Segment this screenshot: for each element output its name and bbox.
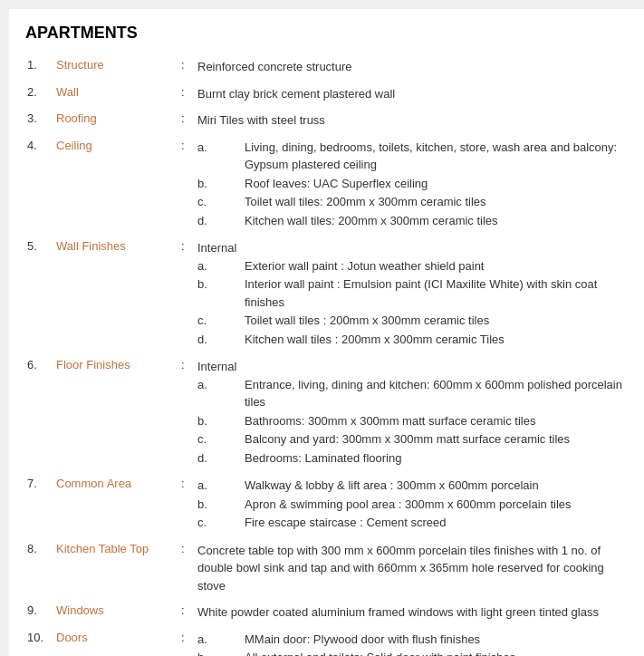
item-label: Floor Finishes xyxy=(53,355,179,470)
sub-letter: b. xyxy=(197,275,245,294)
sub-text: Bedrooms: Laminated flooring xyxy=(245,449,633,468)
sub-letter: a. xyxy=(197,139,245,157)
sub-list-item: b.Interior wall paint : Emulsion paint (… xyxy=(197,275,633,311)
item-number: 3. xyxy=(25,109,53,132)
sub-text: Toilet wall tiles: 200mm x 300mm ceramic… xyxy=(245,193,633,211)
sub-text: Kitchen wall tiles: 200mm x 300mm cerami… xyxy=(245,212,633,230)
sub-list-item: c.Toilet wall tiles : 200mm x 300mm cera… xyxy=(197,312,633,330)
sub-letter: c. xyxy=(197,193,245,211)
sub-list-item: b.Roof leaves: UAC Superflex ceiling xyxy=(197,175,633,193)
sub-letter: b. xyxy=(197,649,245,656)
sub-text: Balcony and yard: 300mm x 300mm matt sur… xyxy=(245,430,633,449)
sub-list-item: d.Kitchen wall tiles: 200mm x 300mm cera… xyxy=(197,212,633,230)
sub-text: Exterior wall paint : Jotun weather shie… xyxy=(245,257,633,275)
page-title: APARTMENTS xyxy=(25,24,637,43)
colon-separator: : xyxy=(179,355,194,470)
item-label: Doors xyxy=(53,628,179,657)
sub-text: Interior wall paint : Emulsion paint (IC… xyxy=(245,275,633,311)
item-value: a.Walkway & lobby & lift area : 300mm x … xyxy=(194,474,637,535)
colon-separator: : xyxy=(179,55,194,79)
sub-text: Roof leaves: UAC Superflex ceiling xyxy=(245,175,633,193)
item-value: Reinforced concrete structure xyxy=(194,55,637,79)
table-row: 4.Ceiling:a.Living, dining, bedrooms, to… xyxy=(25,136,637,234)
sub-text: Walkway & lobby & lift area : 300mm x 60… xyxy=(245,477,633,495)
sub-list: a.Living, dining, bedrooms, toilets, kit… xyxy=(197,139,633,230)
item-value: Miri Tiles with steel truss xyxy=(194,109,637,132)
item-label: Windows xyxy=(53,601,179,624)
sub-list: a.Exterior wall paint : Jotun weather sh… xyxy=(197,257,633,349)
item-value: White powder coated aluminium framed win… xyxy=(194,601,637,624)
sub-list-item: a.Exterior wall paint : Jotun weather sh… xyxy=(197,257,633,275)
sub-list-item: a.MMain door: Plywood door with flush fi… xyxy=(197,631,633,649)
sub-list: a.MMain door: Plywood door with flush fi… xyxy=(197,631,633,657)
sub-letter: d. xyxy=(197,331,245,349)
sub-list-item: c.Fire escape staircase : Cement screed xyxy=(197,514,633,532)
sub-text: Entrance, living, dining and kitchen: 60… xyxy=(245,376,633,411)
colon-separator: : xyxy=(179,236,194,352)
table-row: 5.Wall Finishes:Internala.Exterior wall … xyxy=(25,236,637,352)
item-label: Ceiling xyxy=(53,136,179,234)
item-number: 4. xyxy=(25,136,53,234)
item-label: Roofing xyxy=(53,109,179,132)
item-number: 5. xyxy=(25,236,53,352)
sub-letter: b. xyxy=(197,496,245,514)
colon-separator: : xyxy=(179,601,194,624)
item-value: a.MMain door: Plywood door with flush fi… xyxy=(194,628,637,657)
item-value-text: Internal xyxy=(197,358,633,376)
sub-list: a.Walkway & lobby & lift area : 300mm x … xyxy=(197,477,633,532)
table-row: 3.Roofing:Miri Tiles with steel truss xyxy=(25,109,637,132)
sub-list-item: c.Toilet wall tiles: 200mm x 300mm ceram… xyxy=(197,193,633,211)
sub-letter: c. xyxy=(197,312,245,330)
sub-letter: c. xyxy=(197,430,245,449)
colon-separator: : xyxy=(179,628,194,657)
item-number: 6. xyxy=(25,355,53,470)
sub-letter: d. xyxy=(197,449,245,468)
sub-list-item: b.Bathrooms: 300mm x 300mm matt surface … xyxy=(197,412,633,430)
table-row: 8.Kitchen Table Top:Concrete table top w… xyxy=(25,539,637,598)
sub-list-item: d.Bedrooms: Laminated flooring xyxy=(197,449,633,468)
item-value: Burnt clay brick cement plastered wall xyxy=(194,82,637,106)
item-value-text: Internal xyxy=(197,239,633,257)
item-value: Internala.Exterior wall paint : Jotun we… xyxy=(194,236,637,352)
sub-letter: a. xyxy=(197,631,245,649)
sub-letter: a. xyxy=(197,477,245,495)
sub-text: Bathrooms: 300mm x 300mm matt surface ce… xyxy=(245,412,633,430)
colon-separator: : xyxy=(179,474,194,535)
sub-list-item: b.Apron & swimming pool area : 300mm x 6… xyxy=(197,496,633,514)
sub-list-item: a.Walkway & lobby & lift area : 300mm x … xyxy=(197,477,633,495)
sub-list-item: a.Entrance, living, dining and kitchen: … xyxy=(197,376,633,411)
item-number: 7. xyxy=(25,474,53,535)
table-row: 7.Common Area:a.Walkway & lobby & lift a… xyxy=(25,474,637,535)
item-label: Wall Finishes xyxy=(53,236,179,352)
sub-list-item: b.All external and toilets: Solid door w… xyxy=(197,649,633,656)
table-row: 6.Floor Finishes:Internala.Entrance, liv… xyxy=(25,355,637,470)
table-row: 2.Wall:Burnt clay brick cement plastered… xyxy=(25,82,637,106)
sub-text: MMain door: Plywood door with flush fini… xyxy=(245,631,633,649)
item-number: 9. xyxy=(25,601,53,624)
item-value: Concrete table top with 300 mm x 600mm p… xyxy=(194,539,637,598)
table-row: 1.Structure:Reinforced concrete structur… xyxy=(25,55,637,79)
item-value: Internala.Entrance, living, dining and k… xyxy=(194,355,637,470)
item-number: 8. xyxy=(25,539,53,598)
sub-text: Apron & swimming pool area : 300mm x 600… xyxy=(245,496,633,514)
table-row: 9.Windows:White powder coated aluminium … xyxy=(25,601,637,624)
sub-list-item: c.Balcony and yard: 300mm x 300mm matt s… xyxy=(197,430,633,449)
sub-list: a.Entrance, living, dining and kitchen: … xyxy=(197,376,633,468)
sub-text: Fire escape staircase : Cement screed xyxy=(245,514,633,532)
specs-table: 1.Structure:Reinforced concrete structur… xyxy=(25,55,637,656)
item-label: Wall xyxy=(53,82,179,106)
sub-list-item: a.Living, dining, bedrooms, toilets, kit… xyxy=(197,139,633,174)
sub-text: Toilet wall tiles : 200mm x 300mm cerami… xyxy=(245,312,633,330)
item-value: a.Living, dining, bedrooms, toilets, kit… xyxy=(194,136,637,234)
table-row: 10.Doors:a.MMain door: Plywood door with… xyxy=(25,628,637,657)
colon-separator: : xyxy=(179,82,194,106)
sub-letter: c. xyxy=(197,514,245,532)
colon-separator: : xyxy=(179,539,194,598)
main-container: APARTMENTS 1.Structure:Reinforced concre… xyxy=(9,9,644,656)
sub-letter: a. xyxy=(197,257,245,275)
sub-letter: b. xyxy=(197,412,245,430)
item-number: 10. xyxy=(25,628,53,657)
sub-letter: b. xyxy=(197,175,245,193)
item-label: Common Area xyxy=(53,474,179,535)
sub-letter: d. xyxy=(197,212,245,230)
